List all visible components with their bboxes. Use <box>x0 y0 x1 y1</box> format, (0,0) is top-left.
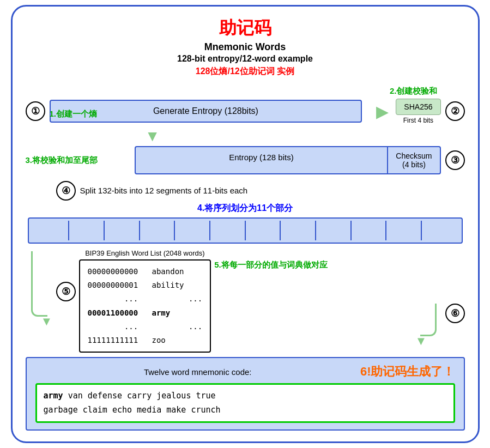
row5-wrapper: Twelve word mnemonic code: 6!助记码生成了！ arm… <box>26 357 465 431</box>
entropy-128-box: Entropy (128 bits) <box>135 146 389 174</box>
checksum-bits-label: (4 bits) <box>402 160 426 169</box>
split-label-row: ④ Split 132-bits into 12 segments of 11-… <box>56 181 465 201</box>
main-container: 助记码 Mnemonic Words 128-bit entropy/12-wo… <box>11 5 480 443</box>
step6-label: 6!助记码生成了！ <box>360 364 455 380</box>
step1-label: 1.创建一个熵 <box>50 109 98 119</box>
right-arrow-from-wordlist: ▼ <box>415 249 442 348</box>
title-english: Mnemonic Words <box>26 41 465 53</box>
checksum-label: Checksum <box>396 152 432 160</box>
bip39-label: BIP39 English Word List (2048 words) <box>79 249 211 257</box>
down-arrow-1: ▼ <box>26 128 465 145</box>
step6-circle: ⑥ <box>445 304 465 323</box>
mnemonic-line1: army van defense carry jealous true <box>44 389 447 403</box>
row1-wrapper: 2.创建校验和 ① Generate Entropy (128bits) ▶ S… <box>26 86 465 124</box>
bit-segments-box <box>28 217 463 244</box>
step6-circle-area: ⑥ <box>445 249 465 323</box>
first4bits-label: First 4 bits <box>403 117 433 124</box>
sha256-box: SHA256 <box>396 99 440 115</box>
subtitle-english: 128-bit entropy/12-word example <box>26 54 465 64</box>
wordlist-row-zoo: 11111111111 zoo <box>88 334 203 347</box>
wordlist-row-dots1: ... ... <box>88 292 203 306</box>
wordlist-row-dots2: ... ... <box>88 320 203 334</box>
row3-wrapper: ④ Split 132-bits into 12 segments of 11-… <box>26 181 465 244</box>
step3-label: 3.将校验和加至尾部 <box>26 155 98 165</box>
twelve-word-label: Twelve word mnemonic code: <box>35 367 360 377</box>
left-down-arrow: ▼ <box>26 249 53 329</box>
step2-label: 2.创建校验和 <box>26 86 438 96</box>
mnemonic-bold-army: army <box>44 391 63 401</box>
arrow-to-sha: ▶ <box>368 102 396 121</box>
wordlist-row-0: 00000000000 abandon <box>88 265 203 279</box>
row4-wrapper: ▼ ⑤ BIP39 English Word List (2048 words)… <box>26 249 465 353</box>
title-chinese: 助记码 <box>26 16 465 40</box>
subtitle-chinese: 128位熵/12位助记词 实例 <box>26 66 465 77</box>
step4-circle: ④ <box>56 181 76 201</box>
mnemonic-code-box: army van defense carry jealous true garb… <box>35 383 455 423</box>
step5-chinese-label: 5.将每一部分的值与词典做对应 <box>214 249 411 270</box>
sha256-area: SHA256 First 4 bits <box>396 99 440 124</box>
step5-area: ⑤ <box>56 249 76 301</box>
wordlist-box: 00000000000 abandon 00000000001 ability … <box>79 259 211 353</box>
step4-chinese-label: 4.将序列划分为11个部分 <box>26 203 465 214</box>
wordlist-row-1: 00000000001 ability <box>88 279 203 292</box>
step3-circle: ③ <box>445 150 465 170</box>
mnemonic-line2: garbage claim echo media make crunch <box>44 403 447 417</box>
step2-circle: ② <box>445 101 465 121</box>
row2-wrapper: 3.将校验和加至尾部 Entropy (128 bits) Checksum (… <box>26 146 465 174</box>
wordlist-row-army: 00001100000 army <box>88 306 203 320</box>
row2-inner: Entropy (128 bits) Checksum (4 bits) ③ <box>135 146 465 174</box>
mnemonic-outer-box: Twelve word mnemonic code: 6!助记码生成了！ arm… <box>26 357 465 431</box>
wordlist-area: BIP39 English Word List (2048 words) 000… <box>79 249 211 353</box>
mnemonic-label-row: Twelve word mnemonic code: 6!助记码生成了！ <box>35 364 455 380</box>
split-description: Split 132-bits into 12 segments of 11-bi… <box>80 186 248 195</box>
step5-circle: ⑤ <box>56 282 76 301</box>
checksum-box: Checksum (4 bits) <box>388 146 440 174</box>
step1-circle: ① <box>26 101 45 121</box>
